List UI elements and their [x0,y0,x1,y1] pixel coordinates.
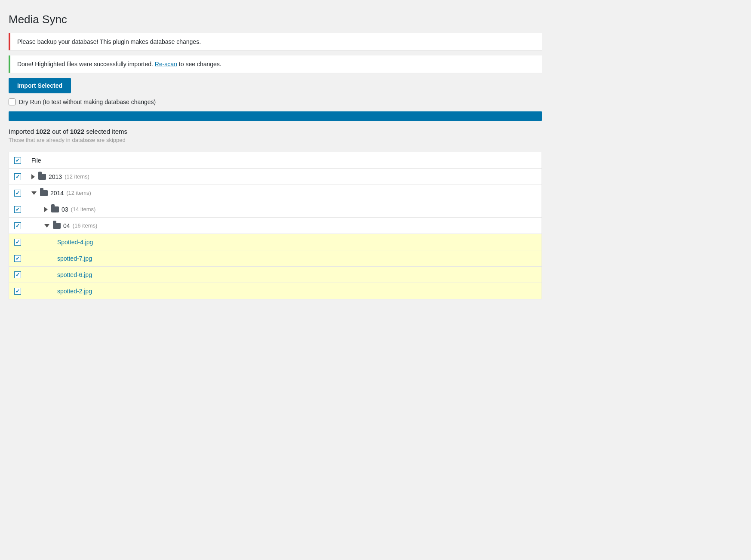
success-text-after: to see changes. [177,61,222,68]
file-table: File 2013(12 items)2014(12 items)03(14 i… [9,152,542,299]
file-name: Spotted-4.jpg [57,239,93,246]
page-title: Media Sync [9,13,742,26]
row-checkbox[interactable] [14,271,21,278]
item-count: (14 items) [71,206,96,212]
folder-icon [38,174,46,180]
row-checkbox[interactable] [14,222,21,229]
dry-run-row: Dry Run (to test without making database… [9,98,742,105]
collapse-icon[interactable] [44,224,49,228]
row-checkbox[interactable] [14,173,21,180]
table-row: spotted-7.jpg [9,250,542,267]
folder-name[interactable]: 2014 [50,190,64,197]
folder-name[interactable]: 03 [62,206,68,213]
folder-icon [40,190,48,196]
item-count: (12 items) [65,173,89,180]
summary-text-after: selected items [84,128,127,135]
summary-text-before: Imported [9,128,36,135]
table-header-row: File [9,152,542,169]
import-selected-button[interactable]: Import Selected [9,78,71,93]
success-text-before: Done! Highlighted files were successfull… [17,61,155,68]
progress-bar-fill [9,111,542,121]
folder-name[interactable]: 2013 [49,173,62,180]
summary-text-middle: out of [50,128,70,135]
progress-bar-container [9,111,542,121]
header-checkbox[interactable] [14,157,21,164]
folder-name[interactable]: 04 [63,222,70,229]
table-row: 2013(12 items) [9,169,542,185]
table-row: 2014(12 items) [9,185,542,201]
file-name: spotted-6.jpg [57,271,92,278]
table-row: Spotted-4.jpg [9,234,542,250]
dry-run-checkbox[interactable] [9,98,15,105]
row-checkbox[interactable] [14,190,21,197]
folder-icon [51,206,59,212]
dry-run-label[interactable]: Dry Run (to test without making database… [19,98,156,105]
collapse-icon[interactable] [31,191,37,195]
file-name: spotted-2.jpg [57,288,92,295]
rescan-link[interactable]: Re-scan [155,61,177,68]
expand-icon[interactable] [31,174,35,179]
import-summary: Imported 1022 out of 1022 selected items [9,128,742,135]
header-checkbox-cell [9,152,27,169]
row-checkbox[interactable] [14,206,21,213]
item-count: (16 items) [73,222,98,229]
folder-icon [53,223,61,229]
success-notice-content: Done! Highlighted files were successfull… [17,61,535,68]
summary-count-total: 1022 [70,128,84,135]
error-notice-text: Please backup your database! This plugin… [17,38,535,45]
file-column-header: File [26,152,542,169]
table-row: spotted-6.jpg [9,267,542,283]
row-checkbox[interactable] [14,255,21,262]
table-row: 04(16 items) [9,218,542,234]
table-row: spotted-2.jpg [9,283,542,299]
summary-count-imported: 1022 [36,128,50,135]
row-checkbox[interactable] [14,239,21,246]
row-checkbox[interactable] [14,288,21,295]
item-count: (12 items) [66,190,91,196]
import-subtext: Those that are already in database are s… [9,137,742,143]
expand-icon[interactable] [44,207,48,212]
table-row: 03(14 items) [9,201,542,218]
file-name: spotted-7.jpg [57,255,92,262]
error-notice: Please backup your database! This plugin… [9,33,542,50]
success-notice: Done! Highlighted files were successfull… [9,55,542,73]
